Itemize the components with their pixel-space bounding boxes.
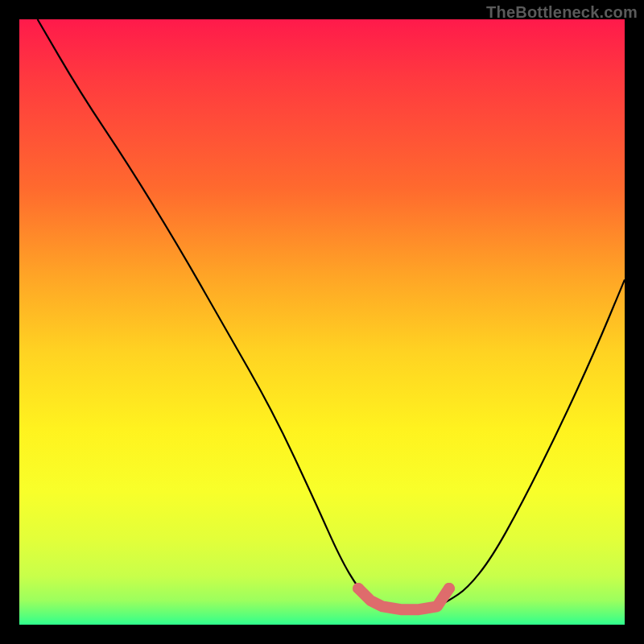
plot-area [19, 19, 625, 625]
optimal-region-underlay [358, 588, 449, 609]
watermark-text: TheBottleneck.com [486, 3, 638, 22]
chart-svg [19, 19, 625, 625]
bottleneck-curve [38, 19, 625, 609]
chart-frame: TheBottleneck.com [0, 0, 644, 644]
